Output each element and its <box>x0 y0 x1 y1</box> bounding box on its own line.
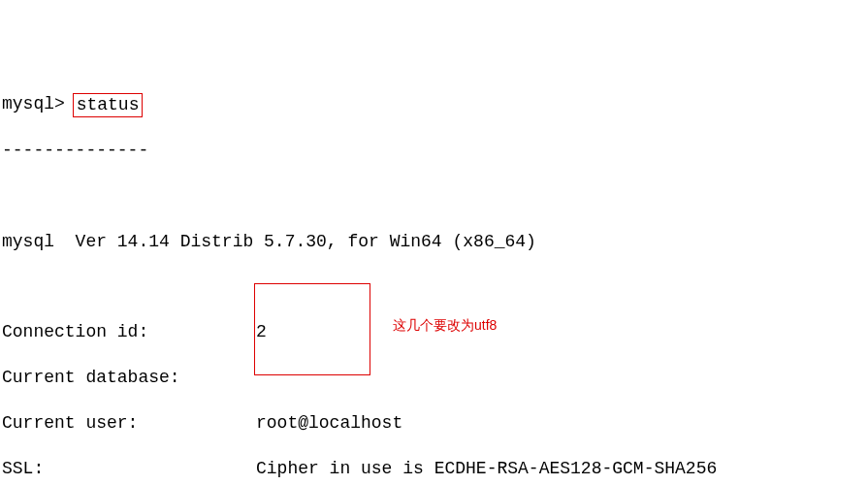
status-label: SSL: <box>2 458 256 480</box>
status-label: Current database: <box>2 367 256 389</box>
status-value <box>256 367 866 389</box>
status-value: root@localhost <box>256 412 866 435</box>
separator-dashes: -------------- <box>2 140 866 162</box>
status-value: 2 <box>256 321 866 343</box>
status-value: Cipher in use is ECDHE-RSA-AES128-GCM-SH… <box>256 458 866 480</box>
annotation-text: 这几个要改为utf8 <box>393 316 497 334</box>
status-label: Connection id: <box>2 321 256 343</box>
status-row: Current user:root@localhost <box>2 412 866 435</box>
mysql-prompt: mysql> <box>2 93 65 115</box>
status-label: Current user: <box>2 412 256 435</box>
blank-line <box>2 185 866 208</box>
command-highlight-box: status <box>73 93 144 117</box>
blank-line <box>2 276 866 299</box>
mysql-prompt-line: mysql> status <box>2 93 866 117</box>
version-line: mysql Ver 14.14 Distrib 5.7.30, for Win6… <box>2 231 866 253</box>
status-row: SSL:Cipher in use is ECDHE-RSA-AES128-GC… <box>2 458 866 480</box>
command-text: status <box>77 95 140 114</box>
status-row: Current database: <box>2 367 866 389</box>
